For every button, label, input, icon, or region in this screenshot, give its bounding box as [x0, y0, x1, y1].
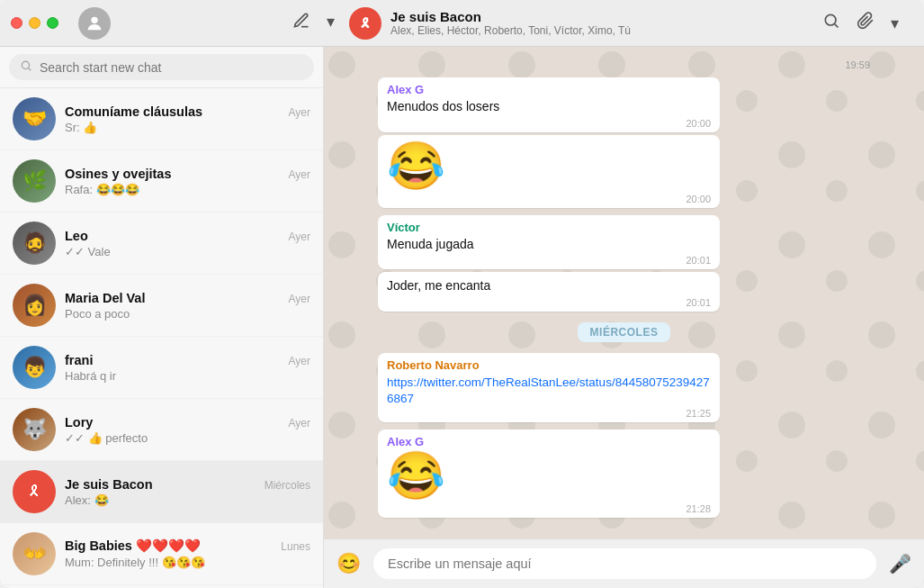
- msg-time: 20:01: [387, 297, 711, 308]
- avatar-frani: 👦: [13, 346, 56, 389]
- main-content: 🤝 Comuníame cláusulas Ayer Sr: 👍 🌿 Osine…: [0, 47, 924, 588]
- title-bar: ▾ 🎗 Je suis Bacon Alex, Elies, Héctor, R…: [0, 0, 924, 47]
- msg-emoji: 😂: [387, 450, 711, 502]
- chat-item-lory[interactable]: 🐺 Lory Ayer ✓✓ 👍 perfecto: [0, 399, 323, 461]
- chat-info-babies: Big Babies ❤️❤️❤️❤️ Lunes Mum: Definitel…: [65, 538, 310, 569]
- message-input[interactable]: [373, 548, 876, 579]
- minimize-button[interactable]: [29, 17, 40, 29]
- search-input[interactable]: [40, 60, 303, 75]
- chat-name-lory: Lory: [65, 415, 93, 430]
- chat-dropdown-icon[interactable]: ▾: [891, 14, 899, 33]
- svg-point-3: [22, 61, 29, 68]
- svg-line-2: [835, 24, 839, 28]
- chat-group-avatar: 🎗: [349, 7, 381, 40]
- msg-text: Menudos dos losers: [387, 98, 711, 116]
- chat-header-info: 🎗 Je suis Bacon Alex, Elies, Héctor, Rob…: [349, 7, 631, 40]
- msg-sender: Roberto Navarro: [387, 358, 711, 372]
- msg-sender: Víctor: [387, 221, 711, 234]
- search-bar: [0, 47, 323, 88]
- chat-info-bacon: Je suis Bacon Miércoles Alex: 😂: [65, 477, 310, 507]
- chat-info-lory: Lory Ayer ✓✓ 👍 perfecto: [65, 415, 310, 445]
- chat-preview-osines: Rafa: 😂😂😂: [65, 183, 310, 196]
- dropdown-icon[interactable]: ▾: [327, 12, 335, 34]
- maximize-button[interactable]: [47, 17, 58, 29]
- chat-header-text: Je suis Bacon Alex, Elies, Héctor, Rober…: [390, 9, 631, 37]
- msg-time: 20:01: [387, 255, 711, 266]
- chat-time-comuniame: Ayer: [289, 106, 310, 119]
- chat-item-comuniame[interactable]: 🤝 Comuníame cláusulas Ayer Sr: 👍: [0, 88, 323, 150]
- chat-time-osines: Ayer: [289, 168, 310, 181]
- close-button[interactable]: [11, 17, 22, 29]
- svg-point-1: [825, 14, 836, 25]
- mic-button[interactable]: 🎤: [889, 553, 911, 574]
- profile-avatar[interactable]: [78, 7, 111, 40]
- msg-text: Joder, me encanta: [387, 277, 711, 295]
- search-chat-icon[interactable]: [822, 12, 840, 34]
- day-divider-badge: MIÉRCOLES: [578, 322, 671, 342]
- title-bar-right: 🎗 Je suis Bacon Alex, Elies, Héctor, Rob…: [335, 7, 913, 40]
- chat-item-frani[interactable]: 👦 frani Ayer Habrá q ir: [0, 337, 323, 399]
- chat-info-leo: Leo Ayer ✓✓ Vale: [65, 229, 310, 258]
- input-area: 😊 🎤: [324, 538, 924, 588]
- chat-time-maria: Ayer: [289, 293, 310, 305]
- attach-icon[interactable]: [857, 12, 875, 34]
- chat-item-osines[interactable]: 🌿 Osines y ovejitas Ayer Rafa: 😂😂😂: [0, 150, 323, 213]
- chat-info-frani: frani Ayer Habrá q ir: [65, 353, 310, 383]
- chat-info-comuniame: Comuníame cláusulas Ayer Sr: 👍: [65, 104, 310, 134]
- chat-info-osines: Osines y ovejitas Ayer Rafa: 😂😂😂: [65, 167, 310, 196]
- msg-time: 21:28: [387, 503, 711, 514]
- search-input-wrap[interactable]: [9, 54, 314, 80]
- traffic-lights: [11, 17, 58, 29]
- avatar-lory: 🐺: [13, 408, 56, 451]
- chat-item-bacon[interactable]: 🎗 Je suis Bacon Miércoles Alex: 😂: [0, 461, 323, 523]
- emoji-button[interactable]: 😊: [336, 552, 361, 575]
- msg-bubble-m2: Alex GMenudos dos losers20:00: [378, 77, 720, 132]
- sidebar: 🤝 Comuníame cláusulas Ayer Sr: 👍 🌿 Osine…: [0, 47, 324, 588]
- msg-link-url[interactable]: https://twitter.com/TheRealStanLee/statu…: [387, 375, 710, 405]
- chat-item-maria[interactable]: 👩 Maria Del Val Ayer Poco a poco: [0, 275, 323, 337]
- chat-preview-maria: Poco a poco: [65, 307, 310, 321]
- chat-item-leo[interactable]: 🧔 Leo Ayer ✓✓ Vale: [0, 213, 323, 275]
- chat-name-comuniame: Comuníame cláusulas: [65, 104, 202, 119]
- title-bar-icons: ▾: [292, 12, 335, 34]
- chat-time-bacon: Miércoles: [265, 479, 310, 492]
- chat-preview-leo: ✓✓ Vale: [65, 245, 310, 258]
- chat-info-maria: Maria Del Val Ayer Poco a poco: [65, 291, 310, 321]
- avatar-maria: 👩: [13, 284, 56, 327]
- msg-emoji: 😂: [387, 140, 711, 192]
- chat-preview-frani: Habrá q ir: [65, 369, 310, 383]
- chat-preview-comuniame: Sr: 👍: [65, 121, 310, 134]
- day-divider: MIÉRCOLES: [378, 322, 870, 342]
- chat-name-maria: Maria Del Val: [65, 291, 145, 305]
- msg-emoji-m3: 😂20:00: [378, 135, 720, 208]
- chat-item-babies[interactable]: 👐 Big Babies ❤️❤️❤️❤️ Lunes Mum: Definit…: [0, 523, 323, 585]
- msg-link-m6: Roberto Navarrohttps://twitter.com/TheRe…: [378, 353, 720, 422]
- avatar-leo: 🧔: [13, 222, 56, 265]
- avatar-babies: 👐: [13, 532, 56, 575]
- avatar-osines: 🌿: [13, 159, 56, 203]
- msg-bubble-m5: Joder, me encanta20:01: [378, 272, 720, 312]
- time-global: 19:59: [378, 59, 870, 70]
- chat-name-osines: Osines y ovejitas: [65, 167, 171, 181]
- chat-time-babies: Lunes: [281, 540, 310, 553]
- chat-preview-lory: ✓✓ 👍 perfecto: [65, 431, 310, 445]
- msg-sender: Alex G: [387, 83, 711, 96]
- app-window: ▾ 🎗 Je suis Bacon Alex, Elies, Héctor, R…: [0, 0, 924, 588]
- chat-name-frani: frani: [65, 353, 93, 367]
- chat-preview-babies: Mum: Definitely !!! 😘😘😘: [65, 556, 310, 569]
- msg-time: 21:25: [387, 408, 711, 419]
- compose-icon[interactable]: [292, 12, 310, 34]
- msg-bubble-m4: VíctorMenuda jugada20:01: [378, 215, 720, 270]
- msg-time: 20:00: [387, 194, 711, 204]
- avatar-bacon: 🎗: [13, 470, 56, 513]
- chat-time-leo: Ayer: [289, 231, 310, 243]
- messages-area: 19:59Alex GMenudos dos losers20:00😂20:00…: [324, 47, 924, 538]
- msg-text: Menuda jugada: [387, 236, 711, 254]
- chat-area: 19:59Alex GMenudos dos losers20:00😂20:00…: [324, 47, 924, 588]
- chat-members: Alex, Elies, Héctor, Roberto, Toni, Víct…: [390, 24, 631, 37]
- search-icon: [20, 59, 32, 75]
- chat-list: 🤝 Comuníame cláusulas Ayer Sr: 👍 🌿 Osine…: [0, 88, 323, 588]
- svg-line-4: [29, 68, 31, 71]
- title-bar-left: ▾: [11, 7, 335, 40]
- msg-sender: Alex G: [387, 435, 711, 448]
